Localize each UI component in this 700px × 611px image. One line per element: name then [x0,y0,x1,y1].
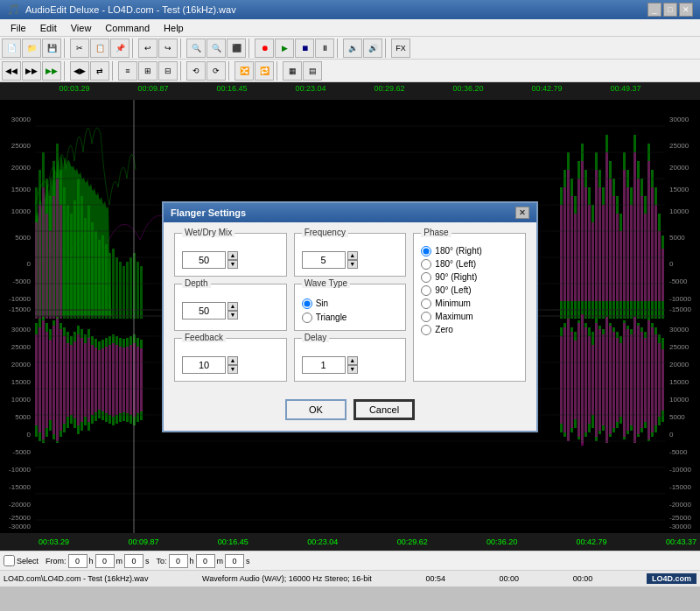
minimize-button[interactable]: _ [648,3,662,17]
tb2-13[interactable]: ▦ [283,61,302,81]
wave-triangle[interactable]: Triangle [302,313,399,323]
tb2-6[interactable]: ≡ [118,61,137,81]
tb2-8[interactable]: ⊟ [158,61,178,81]
delay-spinner[interactable]: ▲ ▼ [347,356,358,374]
depth-spinner[interactable]: ▲ ▼ [228,302,238,320]
tb-vol-up[interactable]: 🔊 [363,39,382,58]
wet-dry-up[interactable]: ▲ [228,251,238,260]
tb-open[interactable]: 📁 [22,39,41,58]
depth-up[interactable]: ▲ [228,302,238,311]
feedback-down[interactable]: ▼ [228,365,238,374]
frequency-input[interactable] [302,251,346,269]
tb-fx[interactable]: FX [391,39,410,58]
wave-sin[interactable]: Sin [302,298,399,309]
close-button[interactable]: ✕ [679,3,693,17]
tb2-7[interactable]: ⊞ [138,61,158,81]
tb-zoom-out[interactable]: 🔍 [206,39,226,58]
tb2-9[interactable]: ⟲ [186,61,206,81]
tick-2: 00:09.87 [114,84,192,96]
from-s-unit: s [145,557,150,565]
frequency-spinner[interactable]: ▲ ▼ [347,251,358,269]
phase-zero[interactable]: Zero [421,325,518,335]
phase-maximum[interactable]: Maximum [421,312,518,322]
tb-redo[interactable]: ↪ [158,39,178,58]
feedback-label: Feedback [182,333,226,342]
tb-vol-down[interactable]: 🔉 [343,39,362,58]
select-checkbox[interactable] [4,555,15,566]
tb-new[interactable]: 📄 [2,39,21,58]
sep6 [385,39,388,58]
sep5 [337,39,340,58]
phase-90-left[interactable]: 90° (Left) [421,285,518,296]
delay-input[interactable] [302,356,346,374]
menu-help[interactable]: Help [157,21,191,35]
from-h-input[interactable]: 0 [68,554,88,568]
menu-command[interactable]: Command [98,21,157,35]
phase-90-right[interactable]: 90° (Right) [421,272,518,283]
frequency-down[interactable]: ▼ [347,260,358,269]
sep1 [64,39,67,58]
to-m-input[interactable]: 0 [196,554,215,568]
tb-play[interactable]: ▶ [275,39,294,58]
btick-4: 00:23.04 [307,537,338,546]
phase-180-right[interactable]: 180° (Right) [421,246,518,256]
from-s-input[interactable]: 0 [124,554,144,568]
menu-view[interactable]: View [64,21,99,35]
tb-pause[interactable]: ⏸ [315,39,334,58]
wet-dry-spinner[interactable]: ▲ ▼ [228,251,238,269]
feedback-input[interactable] [182,356,226,374]
cancel-button[interactable]: Cancel [354,399,415,420]
delay-up[interactable]: ▲ [347,356,358,365]
feedback-spinner[interactable]: ▲ ▼ [228,356,238,374]
wet-dry-input[interactable] [182,251,226,269]
tb-undo[interactable]: ↩ [138,39,158,58]
tb2-1[interactable]: ◀◀ [2,61,21,81]
dialog-close-button[interactable]: ✕ [515,207,529,219]
phase-minimum[interactable]: Minimum [421,298,518,309]
btick-5: 00:29.62 [397,537,428,546]
tb2-11[interactable]: 🔀 [234,61,254,81]
sep9 [180,61,184,81]
maximize-button[interactable]: □ [663,3,677,17]
select-label: Select [17,557,38,565]
phase-180-left[interactable]: 180° (Left) [421,259,518,270]
delay-down[interactable]: ▼ [347,365,358,374]
wet-dry-down[interactable]: ▼ [228,260,238,269]
feedback-up[interactable]: ▲ [228,356,238,365]
depth-down[interactable]: ▼ [228,311,238,320]
tb-zoom-fit[interactable]: ⬛ [227,39,246,58]
menu-edit[interactable]: Edit [33,21,64,35]
tb-cut[interactable]: ✂ [70,39,89,58]
tb-stop[interactable]: ⏹ [295,39,314,58]
from-m-input[interactable]: 0 [95,554,115,568]
depth-input[interactable] [182,302,226,320]
tb2-10[interactable]: ⟳ [206,61,226,81]
tb-zoom-in[interactable]: 🔍 [186,39,206,58]
ok-button[interactable]: OK [285,399,346,420]
file-info: Waveform Audio (WAV); 16000 Hz Stereo; 1… [202,574,372,583]
dialog-title: Flanger Settings [171,207,246,218]
toolbar1: 📄 📁 💾 ✂ 📋 📌 ↩ ↪ 🔍 🔍 ⬛ ⏺ ▶ ⏹ ⏸ 🔉 🔊 FX [0,37,700,60]
tb2-12[interactable]: 🔁 [255,61,274,81]
title-text: AudioEdit Deluxe - LO4D.com - Test (16kH… [25,4,236,15]
depth-group: Depth ▲ ▼ [174,284,287,331]
frequency-up[interactable]: ▲ [347,251,358,260]
to-s-input[interactable]: 0 [225,554,244,568]
tb2-5[interactable]: ⇄ [90,61,109,81]
sep10 [228,61,232,81]
tb-save[interactable]: 💾 [42,39,61,58]
menu-file[interactable]: File [4,21,33,35]
tb2-14[interactable]: ▤ [303,61,322,81]
btick-1: 00:03.29 [38,537,69,546]
tick-1: 00:03.29 [35,84,114,96]
tb-copy[interactable]: 📋 [90,39,109,58]
waveform-container[interactable]: 30000 25000 20000 15000 10000 5000 0 -50… [0,100,700,533]
tb2-2[interactable]: ▶▶ [22,61,41,81]
tb-record[interactable]: ⏺ [255,39,274,58]
tb2-4[interactable]: ◀▶ [70,61,89,81]
tb-paste[interactable]: 📌 [110,39,130,58]
wave-type-label: Wave Type [302,278,350,288]
to-h-input[interactable]: 0 [169,554,188,568]
tb2-3[interactable]: ▶▶ [42,61,61,81]
tick-7: 00:42.79 [508,84,586,96]
